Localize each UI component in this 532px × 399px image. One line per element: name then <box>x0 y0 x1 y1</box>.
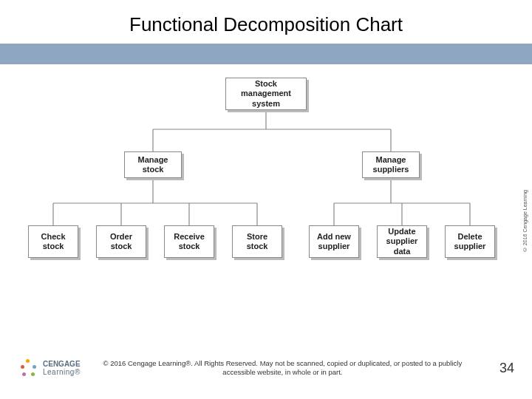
node-label: Manage stock <box>129 155 177 174</box>
node-label: Add new supplier <box>314 232 354 251</box>
node-root: Stock management system <box>225 78 307 110</box>
node-label: Check stock <box>33 232 73 251</box>
copyright-text: © 2016 Cengage Learning®. All Rights Res… <box>81 359 485 378</box>
footer: CENGAGE Learning® © 2016 Cengage Learnin… <box>0 358 532 378</box>
node-manage-stock: Manage stock <box>124 151 182 178</box>
node-receive-stock: Receive stock <box>164 225 214 258</box>
node-delete-supplier: Delete supplier <box>445 225 495 258</box>
node-label: Delete supplier <box>450 232 490 251</box>
node-update-supplier: Update supplier data <box>377 225 427 258</box>
logo-sub: Learning® <box>43 368 81 376</box>
logo-text-block: CENGAGE Learning® <box>43 361 81 376</box>
node-store-stock: Store stock <box>232 225 282 258</box>
node-label: Manage suppliers <box>367 155 415 174</box>
node-label: Store stock <box>237 232 277 251</box>
node-order-stock: Order stock <box>96 225 146 258</box>
node-label: Order stock <box>101 232 141 251</box>
page-number: 34 <box>485 361 514 376</box>
node-check-stock: Check stock <box>28 225 78 258</box>
title-area: Functional Decomposition Chart <box>0 0 532 44</box>
node-manage-suppliers: Manage suppliers <box>362 151 420 178</box>
node-label: Stock management system <box>231 79 301 109</box>
cengage-logo: CENGAGE Learning® <box>18 358 81 378</box>
node-label: Receive stock <box>169 232 209 251</box>
logo-mark-icon <box>18 358 38 378</box>
node-label: Update supplier data <box>382 227 422 256</box>
decomposition-chart: Stock management system Manage stock Man… <box>0 64 532 308</box>
logo-name: CENGAGE <box>43 361 81 368</box>
header-accent-bar <box>0 44 532 64</box>
page-title: Functional Decomposition Chart <box>0 13 532 36</box>
node-add-supplier: Add new supplier <box>309 225 359 258</box>
side-credit: © 2016 Cengage Learning <box>522 190 528 252</box>
